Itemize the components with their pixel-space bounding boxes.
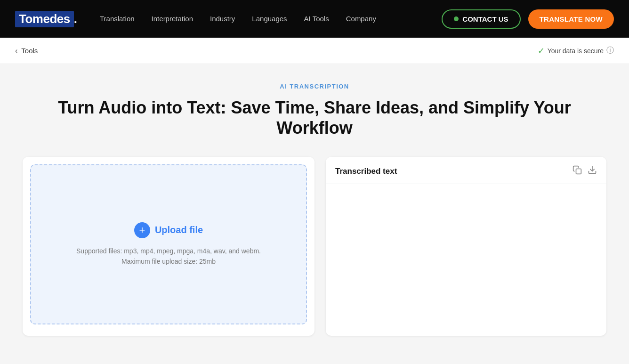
security-shield-icon: ✓ [538,46,545,56]
nav-links: Translation Interpretation Industry Lang… [100,15,376,23]
page-title: Turn Audio into Text: Save Time, Share I… [23,97,606,138]
nav-item-translation[interactable]: Translation [100,15,135,23]
contact-button[interactable]: CONTACT US [442,9,520,29]
upload-panel: + Upload file Supported files: mp3, mp4,… [23,157,314,336]
upload-button[interactable]: + Upload file [134,222,203,238]
tool-panels: + Upload file Supported files: mp3, mp4,… [23,157,606,336]
nav-item-interpretation[interactable]: Interpretation [152,15,193,23]
breadcrumb-right: ✓ Your data is secure ⓘ [538,46,614,56]
nav-link-languages[interactable]: Languages [252,15,287,23]
question-mark-icon[interactable]: ⓘ [606,46,614,56]
nav-link-translation[interactable]: Translation [100,15,135,23]
contact-dot-icon [454,16,459,21]
nav-item-aitools[interactable]: AI Tools [304,15,329,23]
breadcrumb-bar: ‹ Tools ✓ Your data is secure ⓘ [0,38,629,64]
contact-button-label: CONTACT US [462,15,508,23]
transcription-panel: Transcribed text [326,157,606,336]
upload-zone[interactable]: + Upload file Supported files: mp3, mp4,… [30,164,307,324]
nav-link-industry[interactable]: Industry [210,15,235,23]
transcription-header: Transcribed text [326,157,606,184]
max-size-text: Maximum file upload size: 25mb [76,256,261,267]
logo-box: Tomedes [15,11,74,27]
breadcrumb-left: ‹ Tools [15,47,38,55]
nav-item-languages[interactable]: Languages [252,15,287,23]
upload-label: Upload file [155,225,203,235]
copy-icon[interactable] [573,165,582,177]
breadcrumb-tools-link[interactable]: Tools [21,47,38,55]
translate-now-button[interactable]: TRANSLATE NOW [528,9,614,29]
logo-dot: . [74,12,77,26]
transcription-actions [573,165,597,177]
supported-files-text: Supported files: mp3, mp4, mpeg, mpga, m… [76,246,261,256]
back-arrow-icon[interactable]: ‹ [15,47,17,55]
page-subtitle: AI TRANSCRIPTION [23,83,606,90]
nav-link-interpretation[interactable]: Interpretation [152,15,193,23]
logo[interactable]: Tomedes . [15,11,77,27]
main-content: AI TRANSCRIPTION Turn Audio into Text: S… [0,64,629,364]
download-icon[interactable] [588,165,597,177]
logo-text: Tomedes [19,12,70,26]
navbar-right: CONTACT US TRANSLATE NOW [442,9,614,29]
upload-info: Supported files: mp3, mp4, mpeg, mpga, m… [76,246,261,267]
transcription-body [326,184,606,336]
nav-link-company[interactable]: Company [346,15,376,23]
navbar-left: Tomedes . Translation Interpretation Ind… [15,11,376,27]
nav-link-aitools[interactable]: AI Tools [304,15,329,23]
navbar: Tomedes . Translation Interpretation Ind… [0,0,629,38]
plus-icon: + [134,222,150,238]
security-label: Your data is secure [548,47,604,55]
svg-rect-0 [576,169,581,174]
nav-item-company[interactable]: Company [346,15,376,23]
transcription-title: Transcribed text [335,167,397,176]
nav-item-industry[interactable]: Industry [210,15,235,23]
